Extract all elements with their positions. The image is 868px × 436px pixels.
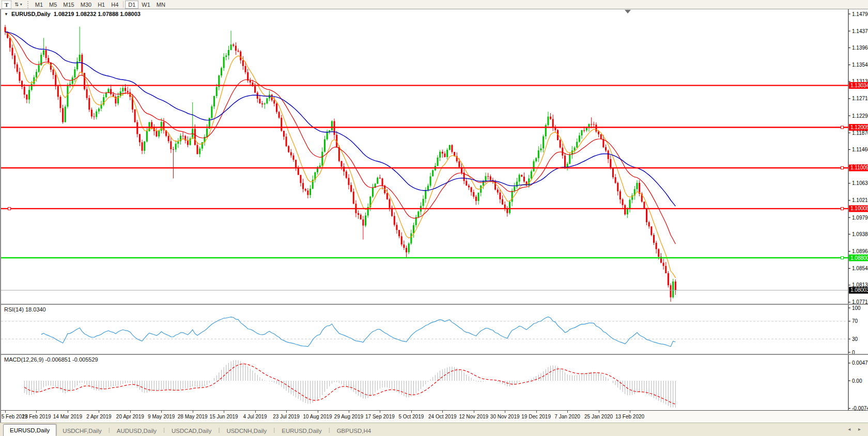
- date-label: 13 Feb 2020: [615, 414, 644, 419]
- date-tick: [255, 411, 256, 413]
- timeframe-button-m1[interactable]: M1: [32, 1, 46, 9]
- rsi-tick-label: 0: [852, 350, 855, 354]
- main-chart-canvas[interactable]: 1.147901.143701.139601.135401.131301.127…: [1, 9, 868, 304]
- price-tick-label: 1.09790: [852, 215, 868, 221]
- chart-ohlc-values: 1.08219 1.08232 1.07888 1.08003: [54, 11, 141, 17]
- chart-tab-4[interactable]: USDCNH,Daily: [220, 425, 273, 436]
- timeframe-button-mn[interactable]: MN: [153, 1, 168, 9]
- price-tick-label: 1.08960: [852, 248, 868, 254]
- price-tick-label: 1.09380: [852, 231, 868, 237]
- hline-price-tag: 1.11009: [850, 165, 868, 170]
- date-tick: [224, 411, 224, 413]
- date-tick: [36, 411, 37, 413]
- date-label: 23 Feb 2019: [22, 414, 51, 419]
- updown-arrows-icon: ⇅: [14, 2, 19, 7]
- date-label: 12 Nov 2019: [459, 414, 488, 419]
- rsi-canvas[interactable]: 10070300: [1, 305, 868, 354]
- date-axis[interactable]: 5 Feb 201923 Feb 201914 Mar 20192 Apr 20…: [1, 410, 868, 423]
- chart-shift-marker[interactable]: [625, 10, 631, 13]
- price-tick-label: 1.08540: [852, 266, 868, 271]
- current-price-tag: 1.08003: [850, 287, 868, 293]
- macd-tick-label: 0.00: [852, 378, 862, 384]
- date-tick: [193, 411, 193, 413]
- toolbar-divider: [123, 1, 123, 8]
- hline-price-tag: 1.10008: [850, 206, 868, 211]
- timeframe-button-m5[interactable]: M5: [46, 1, 60, 9]
- rsi-label: RSI(14) 18.0340: [4, 306, 46, 313]
- hline-price-tag: 1.08800: [850, 255, 868, 261]
- chart-tools-button[interactable]: ⇅ ▾: [11, 1, 25, 9]
- toolbar-grip: [27, 1, 30, 8]
- price-tick-label: 1.07710: [852, 299, 868, 304]
- price-tick-label: 1.11870: [852, 130, 868, 136]
- tab-divider: |: [273, 427, 275, 433]
- date-label: 28 May 2019: [178, 414, 208, 419]
- date-tick: [599, 411, 599, 413]
- date-label: 23 Jul 2019: [273, 414, 300, 419]
- price-tick-label: 1.12290: [852, 113, 868, 119]
- ma-fast-line: [5, 32, 675, 278]
- date-label: 20 Apr 2019: [116, 414, 144, 419]
- rsi-tick-label: 100: [852, 305, 861, 311]
- chart-tab-2[interactable]: AUDUSD,Daily: [111, 425, 163, 436]
- hline-1.13034[interactable]: 1.13034: [1, 82, 868, 89]
- date-tick: [442, 411, 443, 413]
- date-tick: [380, 411, 380, 413]
- chart-tab-1[interactable]: USDCHF,Daily: [56, 425, 107, 436]
- date-label: 14 Mar 2019: [53, 414, 82, 419]
- date-tick: [68, 411, 68, 413]
- date-label: 9 May 2019: [148, 414, 175, 419]
- date-label: 7 Jan 2020: [554, 414, 580, 419]
- chart-tab-6[interactable]: GBPUSD,H4: [331, 425, 377, 436]
- date-label: 30 Nov 2019: [490, 414, 520, 419]
- rsi-pane[interactable]: 10070300 RSI(14) 18.0340: [1, 304, 868, 354]
- date-label: 29 Aug 2019: [334, 414, 363, 419]
- chevron-down-icon: ▾: [20, 2, 22, 7]
- tab-scroll-arrows[interactable]: ◂ ▸: [848, 426, 864, 432]
- timeframe-button-h1[interactable]: H1: [95, 1, 108, 9]
- chart-tab-3[interactable]: USDCAD,Daily: [165, 425, 218, 436]
- price-tick-label: 1.14370: [852, 28, 868, 34]
- text-tool-button[interactable]: T: [2, 1, 11, 9]
- date-label: 17 Sep 2019: [365, 414, 395, 419]
- hline-1.12005[interactable]: 1.12005: [1, 124, 868, 131]
- chart-tab-bar: EURUSD,DailyUSDCHF,Daily|AUDUSD,Daily|US…: [0, 423, 868, 436]
- chart-tab-5[interactable]: EURUSD,Daily: [275, 425, 328, 436]
- macd-canvas[interactable]: 0.004730.00-0.00740: [1, 355, 868, 410]
- price-tick-label: 1.13960: [852, 45, 868, 51]
- timeframe-button-h4[interactable]: H4: [108, 1, 121, 9]
- timeframe-button-d1[interactable]: D1: [125, 1, 138, 9]
- date-tick: [474, 411, 474, 413]
- timeframe-button-w1[interactable]: W1: [138, 1, 153, 9]
- top-toolbar: T ⇅ ▾ M1M5M15M30H1H4D1W1MN: [0, 0, 868, 9]
- rsi-tick-label: 70: [852, 318, 858, 324]
- date-tick: [99, 411, 99, 413]
- macd-label: MACD(12,26,9) -0.006851 -0.005529: [4, 356, 98, 363]
- chart-title: ▼ EURUSD,Daily 1.08219 1.08232 1.07888 1…: [4, 11, 141, 17]
- chart-tab-0[interactable]: EURUSD,Daily: [3, 424, 56, 436]
- tab-divider: |: [218, 427, 220, 433]
- price-tick-label: 1.12710: [852, 96, 868, 101]
- date-label: 10 Aug 2019: [303, 414, 332, 419]
- price-tick-label: 1.13540: [852, 62, 868, 68]
- date-tick: [536, 411, 537, 413]
- date-label: 5 Oct 2019: [398, 414, 424, 419]
- macd-tick-label: -0.00740: [852, 406, 868, 410]
- hline-1.10008[interactable]: 1.10008: [1, 205, 868, 212]
- hline-1.08800[interactable]: 1.08800: [1, 255, 868, 261]
- date-label: 19 Dec 2019: [521, 414, 551, 419]
- rsi-tick-label: 30: [852, 336, 858, 342]
- timeframe-button-m30[interactable]: M30: [78, 1, 95, 9]
- main-chart-pane[interactable]: 1.147901.143701.139601.135401.131301.127…: [1, 9, 868, 304]
- ma-mid-line: [5, 32, 675, 244]
- chart-symbol-label: EURUSD,Daily: [11, 11, 51, 17]
- date-tick: [318, 411, 318, 413]
- price-tick-label: 1.11460: [852, 147, 868, 152]
- date-tick: [630, 411, 630, 413]
- timeframe-button-m15[interactable]: M15: [60, 1, 77, 9]
- date-label: 25 Jan 2020: [584, 414, 613, 419]
- chart-dropdown-icon[interactable]: ▼: [4, 12, 8, 17]
- price-tick-label: 1.10210: [852, 197, 868, 203]
- macd-pane[interactable]: 0.004730.00-0.00740 MACD(12,26,9) -0.006…: [1, 354, 868, 410]
- price-tick-label: 1.14790: [852, 11, 868, 17]
